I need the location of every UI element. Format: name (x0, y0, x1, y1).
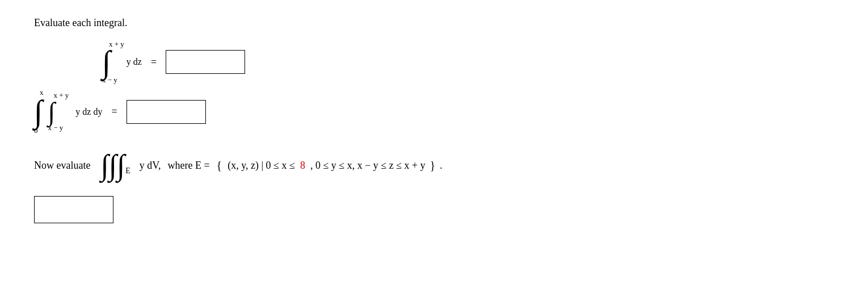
integral1-wrapper: x + y ∫ x − y y dz (102, 40, 142, 84)
outer-integral-symbol: ∫ (34, 97, 43, 126)
triple-integral: ∫ ∫ ∫ E (100, 152, 130, 179)
inner-upper: x + y (54, 91, 69, 100)
inner-integral-symbol: ∫ (48, 100, 56, 123)
equals-2: = (111, 106, 117, 118)
close-brace: } (430, 159, 436, 172)
subscript-E: E (125, 166, 130, 176)
integrand-1: y dz (127, 57, 142, 67)
lower-limit-1: x − y (102, 76, 117, 84)
now-evaluate-row: Now evaluate ∫ ∫ ∫ E y dV, where E = { (… (34, 152, 834, 179)
triple-int-sym3: ∫ (117, 152, 125, 179)
final-answer-section (34, 196, 834, 226)
outer-lower: 0 (34, 126, 38, 135)
triple-int-sym2: ∫ (109, 152, 117, 179)
where-text: where E = (167, 160, 209, 172)
red-number: 8 (300, 160, 305, 172)
row2-integral: x ∫ 0 x + y ∫ x − y y dz dy = (34, 88, 834, 135)
integral-symbol-1: ∫ (102, 48, 111, 76)
triple-int-sym1: ∫ (100, 152, 108, 179)
page-container: Evaluate each integral. x + y ∫ x − y y … (34, 17, 834, 226)
instruction-text: Evaluate each integral. (34, 17, 834, 29)
triple-integrand: y dV, (140, 160, 161, 172)
answer-box-1[interactable] (166, 50, 245, 74)
row1-integral: x + y ∫ x − y y dz = (102, 40, 834, 84)
period: . (440, 160, 443, 172)
open-brace: { (217, 159, 222, 172)
now-evaluate-label: Now evaluate (34, 160, 90, 172)
condition-text: (x, y, z) | 0 ≤ x ≤ (227, 160, 295, 172)
answer-box-2[interactable] (127, 100, 206, 124)
integrand-2: y dz dy (75, 107, 102, 117)
condition-text2: , 0 ≤ y ≤ x, x − y ≤ z ≤ x + y (310, 160, 425, 172)
inner-lower: x − y (48, 123, 64, 132)
equals-1: = (151, 56, 157, 68)
answer-box-final[interactable] (34, 196, 113, 223)
